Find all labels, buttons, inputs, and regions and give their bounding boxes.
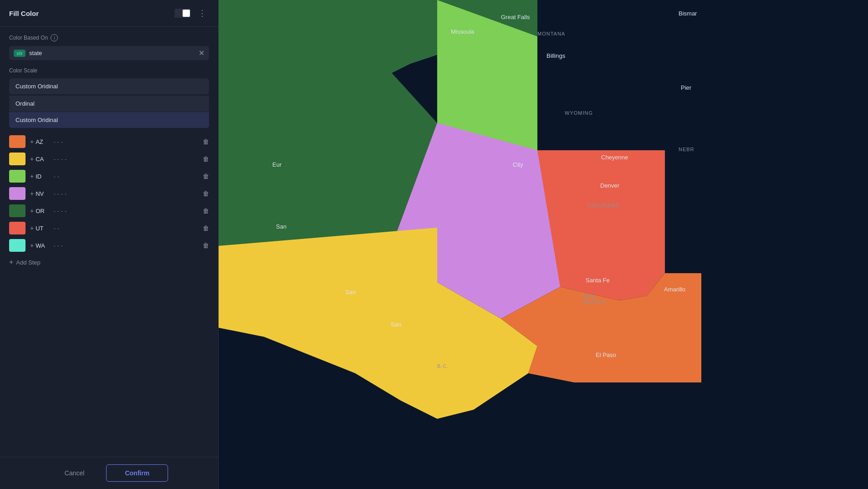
island1 (393, 321, 400, 326)
color-step-wa: + WA - - - 🗑 (9, 239, 209, 252)
step-controls-or: + OR (30, 207, 49, 214)
map-svg (219, 0, 868, 489)
fill-color-toggle[interactable] (174, 9, 191, 18)
color-step-nv: + NV - - - - 🗑 (9, 187, 209, 200)
field-value-text: state (29, 50, 195, 56)
color-step-ut: + UT - - 🗑 (9, 222, 209, 234)
option-custom-ordinal[interactable]: Custom Oridinal (9, 112, 209, 128)
color-step-or: + OR - - - - 🗑 (9, 204, 209, 217)
clear-field-button[interactable]: ✕ (199, 49, 204, 57)
confirm-button[interactable]: Confirm (106, 464, 168, 482)
step-controls-ut: + UT (30, 224, 49, 232)
color-swatch-az[interactable] (9, 135, 26, 148)
delete-step-az[interactable]: 🗑 (203, 138, 209, 145)
cancel-button[interactable]: Cancel (50, 464, 99, 482)
color-swatch-nv[interactable] (9, 187, 26, 200)
color-swatch-wa[interactable] (9, 239, 26, 252)
color-scale-options: Ordinal Custom Oridinal (9, 95, 209, 128)
left-panel: Fill Color ⋮ Color Based On i str state … (0, 0, 219, 489)
delete-step-ut[interactable]: 🗑 (203, 224, 209, 232)
delete-step-id[interactable]: 🗑 (203, 173, 209, 180)
color-based-on-label: Color Based On i (9, 34, 209, 41)
panel-body: Color Based On i str state ✕ Color Scale… (0, 27, 218, 457)
color-swatch-id[interactable] (9, 170, 26, 183)
color-scale-label: Color Scale (9, 67, 209, 74)
panel-header: Fill Color ⋮ (0, 0, 218, 27)
color-scale-dropdown[interactable]: Custom Oridinal (9, 78, 209, 94)
info-icon: i (51, 34, 58, 41)
color-step-ca: + CA - - - - 🗑 (9, 153, 209, 165)
delete-step-nv[interactable]: 🗑 (203, 190, 209, 197)
color-swatch-ut[interactable] (9, 222, 26, 234)
more-options-button[interactable]: ⋮ (195, 7, 209, 19)
step-controls-nv: + NV (30, 190, 49, 197)
delete-step-ca[interactable]: 🗑 (203, 155, 209, 163)
add-step-label: Add Step (16, 259, 41, 266)
delete-step-or[interactable]: 🗑 (203, 207, 209, 214)
step-controls-wa: + WA (30, 242, 49, 249)
panel-title: Fill Color (9, 10, 174, 17)
color-swatch-or[interactable] (9, 204, 26, 217)
delete-step-wa[interactable]: 🗑 (203, 242, 209, 249)
state-mt (219, 0, 437, 73)
color-steps-list: + AZ - - - 🗑 + CA - - - - 🗑 + (9, 135, 209, 252)
island2 (385, 326, 389, 329)
color-step-id: + ID - - 🗑 (9, 170, 209, 183)
map-area: Great Falls Missoula MONTANA Billings Bi… (219, 0, 868, 489)
color-based-on-field[interactable]: str state ✕ (9, 46, 209, 60)
add-step-plus-icon: + (9, 258, 13, 266)
field-type-badge: str (14, 50, 26, 57)
option-ordinal[interactable]: Ordinal (9, 95, 209, 112)
add-step-button[interactable]: + Add Step (9, 256, 209, 268)
step-controls-az: + AZ (30, 138, 49, 145)
step-controls-id: + ID (30, 173, 49, 180)
color-step-az: + AZ - - - 🗑 (9, 135, 209, 148)
color-swatch-ca[interactable] (9, 153, 26, 165)
step-controls-ca: + CA (30, 155, 49, 163)
panel-footer: Cancel Confirm (0, 457, 218, 489)
